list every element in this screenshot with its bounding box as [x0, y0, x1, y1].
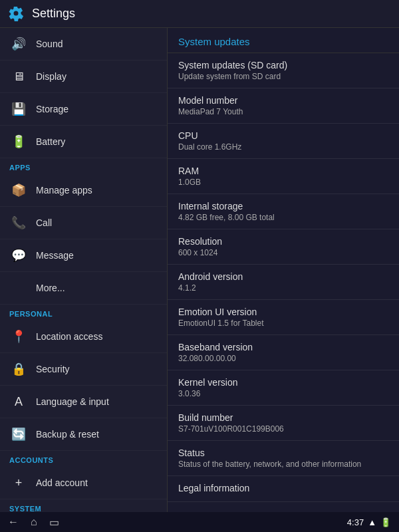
storage-label: Storage — [36, 104, 68, 114]
sidebar-item-message[interactable]: 💬Message — [0, 239, 167, 272]
info-item-5[interactable]: Resolution600 x 1024 — [168, 229, 399, 265]
location-icon: 📍 — [9, 327, 28, 346]
info-item-3[interactable]: RAM1.0GB — [168, 159, 399, 194]
location-label: Location access — [36, 331, 102, 342]
info-value-6: 4.1.2 — [178, 283, 388, 293]
language-icon: A — [9, 392, 28, 411]
home-button[interactable]: ⌂ — [31, 516, 37, 528]
info-label-3: RAM — [178, 166, 388, 176]
info-label-12: Legal information — [178, 483, 388, 493]
info-label-8: Baseband version — [178, 342, 388, 352]
sidebar-item-manage-apps[interactable]: 📦Manage apps — [0, 174, 167, 207]
info-value-5: 600 x 1024 — [178, 248, 388, 257]
sidebar-item-language[interactable]: ALanguage & input — [0, 386, 167, 418]
battery-label: Battery — [36, 136, 65, 147]
panel-header: System updates — [168, 28, 399, 53]
page-title: Settings — [32, 7, 75, 21]
message-icon: 💬 — [9, 246, 28, 265]
info-item-9[interactable]: Kernel version3.0.36 — [168, 370, 399, 406]
manage-apps-icon: 📦 — [9, 181, 28, 200]
info-label-2: CPU — [178, 130, 388, 141]
more-label: More... — [36, 283, 65, 293]
sidebar-item-more[interactable]: More... — [0, 272, 167, 305]
info-item-7[interactable]: Emotion UI versionEmotionUI 1.5 for Tabl… — [168, 300, 399, 335]
display-icon: 🖥 — [9, 67, 28, 86]
add-account-icon: + — [9, 473, 28, 492]
status-bar: ← ⌂ ▭ 4:37 ▲ 🔋 — [0, 512, 399, 532]
add-account-label: Add account — [36, 477, 88, 488]
sidebar-item-location[interactable]: 📍Location access — [0, 321, 167, 353]
info-item-0[interactable]: System updates (SD card)Update system fr… — [168, 53, 399, 88]
info-label-5: Resolution — [178, 236, 388, 247]
storage-icon: 💾 — [9, 100, 28, 118]
info-item-8[interactable]: Baseband version32.080.00.00.00 — [168, 335, 399, 370]
manage-apps-label: Manage apps — [36, 185, 92, 196]
info-value-3: 1.0GB — [178, 178, 388, 187]
main-content: 🔊Sound🖥Display💾Storage🔋BatteryAPPS📦Manag… — [0, 28, 399, 512]
info-label-9: Kernel version — [178, 377, 388, 388]
section-label-personal: PERSONAL — [0, 305, 167, 321]
section-label-apps: APPS — [0, 158, 167, 174]
sidebar-item-sound[interactable]: 🔊Sound — [0, 28, 167, 61]
call-icon: 📞 — [9, 213, 28, 232]
info-value-2: Dual core 1.6GHz — [178, 142, 388, 152]
display-label: Display — [36, 71, 66, 82]
info-label-7: Emotion UI version — [178, 307, 388, 317]
info-value-4: 4.82 GB free, 8.00 GB total — [178, 213, 388, 222]
security-icon: 🔒 — [9, 360, 28, 378]
sidebar-item-storage[interactable]: 💾Storage — [0, 93, 167, 126]
info-item-6[interactable]: Android version4.1.2 — [168, 265, 399, 300]
info-item-10[interactable]: Build numberS7-701uV100R001C199B006 — [168, 406, 399, 441]
info-label-4: Internal storage — [178, 201, 388, 211]
security-label: Security — [36, 364, 70, 374]
sidebar-item-backup[interactable]: 🔄Backup & reset — [0, 418, 167, 451]
more-icon — [9, 279, 28, 297]
settings-icon — [8, 5, 25, 23]
info-label-6: Android version — [178, 271, 388, 282]
message-label: Message — [36, 250, 74, 261]
info-value-7: EmotionUI 1.5 for Tablet — [178, 319, 388, 328]
info-label-0: System updates (SD card) — [178, 60, 388, 70]
nav-buttons: ← ⌂ ▭ — [8, 516, 59, 529]
call-label: Call — [36, 217, 52, 228]
clock: 4:37 — [347, 517, 364, 527]
section-label-accounts: ACCOUNTS — [0, 451, 167, 467]
info-value-11: Status of the battery, network, and othe… — [178, 460, 388, 469]
info-value-1: MediaPad 7 Youth — [178, 107, 388, 116]
section-label-system: SYSTEM — [0, 499, 167, 512]
sidebar-item-battery[interactable]: 🔋Battery — [0, 126, 167, 158]
info-item-4[interactable]: Internal storage4.82 GB free, 8.00 GB to… — [168, 194, 399, 229]
wifi-icon: ▲ — [368, 517, 376, 527]
info-label-1: Model number — [178, 95, 388, 106]
recents-button[interactable]: ▭ — [49, 516, 59, 529]
info-item-2[interactable]: CPUDual core 1.6GHz — [168, 124, 399, 159]
top-bar: Settings — [0, 0, 399, 28]
right-panel: System updatesSystem updates (SD card)Up… — [168, 28, 399, 512]
language-label: Language & input — [36, 396, 109, 407]
backup-label: Backup & reset — [36, 429, 99, 440]
status-indicators: 4:37 ▲ 🔋 — [347, 517, 391, 527]
info-value-10: S7-701uV100R001C199B006 — [178, 424, 388, 434]
sound-label: Sound — [36, 39, 63, 49]
info-item-11[interactable]: StatusStatus of the battery, network, an… — [168, 441, 399, 476]
back-button[interactable]: ← — [8, 516, 19, 528]
info-item-12[interactable]: Legal information — [168, 476, 399, 502]
battery-icon: 🔋 — [9, 132, 28, 151]
info-label-10: Build number — [178, 412, 388, 423]
sidebar: 🔊Sound🖥Display💾Storage🔋BatteryAPPS📦Manag… — [0, 28, 168, 512]
sidebar-item-add-account[interactable]: +Add account — [0, 467, 167, 499]
sidebar-item-display[interactable]: 🖥Display — [0, 61, 167, 93]
info-value-9: 3.0.36 — [178, 389, 388, 398]
backup-icon: 🔄 — [9, 425, 28, 444]
info-label-11: Status — [178, 448, 388, 458]
info-value-8: 32.080.00.00.00 — [178, 354, 388, 363]
sound-icon: 🔊 — [9, 35, 28, 53]
info-value-0: Update system from SD card — [178, 72, 388, 81]
sidebar-item-security[interactable]: 🔒Security — [0, 353, 167, 386]
info-item-1[interactable]: Model numberMediaPad 7 Youth — [168, 88, 399, 124]
sidebar-item-call[interactable]: 📞Call — [0, 207, 167, 239]
battery-icon: 🔋 — [380, 517, 391, 527]
